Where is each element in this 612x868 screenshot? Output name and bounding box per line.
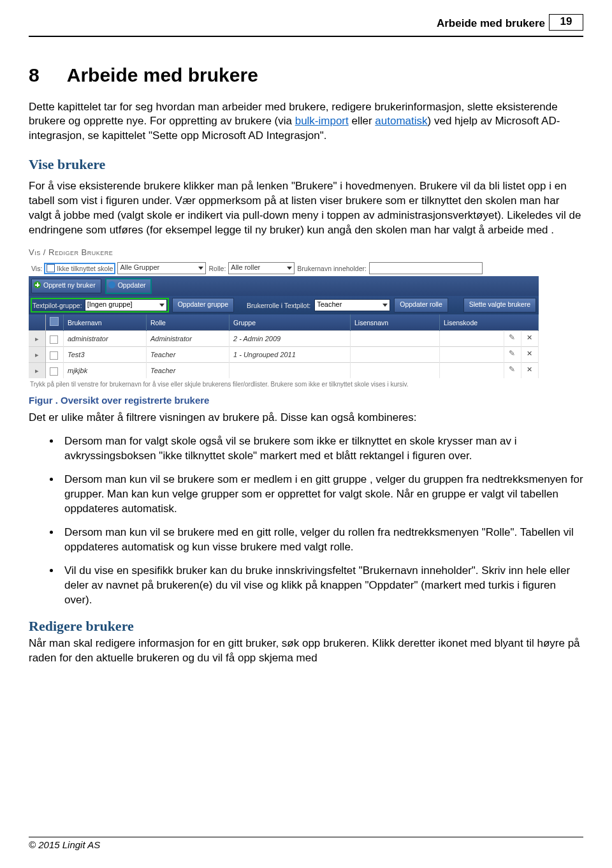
row-checkbox[interactable] xyxy=(50,367,58,376)
header-page-number: 19 xyxy=(549,14,583,31)
filter-intro: Det er ulike måter å filtrere visningen … xyxy=(29,411,583,425)
col-role[interactable]: Rolle xyxy=(147,314,229,331)
header-section-title: Arbeide med brukere xyxy=(437,17,545,31)
page-footer: © 2015 Lingit AS xyxy=(29,837,583,851)
cell-username: administrator xyxy=(64,331,147,347)
ui-action-bar-2: Textpilot-gruppe: [Ingen gruppe] Oppdate… xyxy=(29,296,539,314)
footer-copyright: © 2015 Lingit AS xyxy=(29,837,583,851)
intro-text: eller xyxy=(349,115,375,127)
users-table: Brukernavn Rolle Gruppe Lisensnavn Lisen… xyxy=(29,314,539,378)
label-not-attached-school: Ikke tilknyttet skole xyxy=(57,264,113,273)
btn-new-user[interactable]: Opprett ny bruker xyxy=(31,279,101,293)
cell-group: 2 - Admin 2009 xyxy=(229,331,351,347)
plus-icon xyxy=(34,281,41,288)
bullet-item: Dersom man kun vil se brukere som er med… xyxy=(61,473,583,517)
row-expand[interactable]: ▸ xyxy=(29,363,46,379)
checkbox-not-attached-school[interactable] xyxy=(47,264,55,272)
label-role: Rolle: xyxy=(208,264,226,273)
col-select[interactable] xyxy=(46,314,64,331)
cell-group xyxy=(229,363,351,379)
select-role[interactable]: Alle roller xyxy=(228,262,295,274)
page-header: Arbeide med brukere 19 xyxy=(29,15,583,37)
header-rule xyxy=(29,36,583,37)
delete-icon[interactable] xyxy=(525,365,534,374)
redigere-brukere-body: Når man skal redigere informasjon for en… xyxy=(29,636,583,666)
bullet-item: Dersom man for valgt skole også vil se b… xyxy=(61,434,583,464)
btn-update-role[interactable]: Oppdater rolle xyxy=(394,298,448,313)
link-automatisk[interactable]: automatisk xyxy=(375,115,427,127)
cell-role: Teacher xyxy=(147,347,229,363)
row-checkbox[interactable] xyxy=(50,351,58,360)
ui-action-bar-1: Opprett ny bruker Oppdater xyxy=(29,276,539,296)
link-bulk-import[interactable]: bulk-import xyxy=(295,115,349,127)
edit-icon[interactable] xyxy=(508,349,517,358)
figure-caption: Figur . Oversikt over registrerte bruker… xyxy=(29,394,583,407)
edit-icon[interactable] xyxy=(508,334,517,342)
cell-username: mjkjbk xyxy=(64,363,147,379)
btn-refresh[interactable]: Oppdater xyxy=(105,278,152,294)
cell-role: Teacher xyxy=(147,363,229,379)
table-row: ▸ administrator Administrator 2 - Admin … xyxy=(29,331,539,347)
intro-paragraph: Dette kapittelet tar for seg hvordan man… xyxy=(29,100,583,144)
col-username[interactable]: Brukernavn xyxy=(64,314,147,331)
label-username-contains: Brukernavn inneholder: xyxy=(297,264,367,273)
subheading-redigere-brukere: Redigere brukere xyxy=(29,617,583,636)
col-licname[interactable]: Lisensnavn xyxy=(351,314,440,331)
subheading-vise-brukere: Vise brukere xyxy=(29,155,583,174)
row-checkbox[interactable] xyxy=(50,335,58,344)
table-row: ▸ Test3 Teacher 1 - Ungrouped 2011 xyxy=(29,347,539,363)
select-group[interactable]: Alle Grupper xyxy=(117,262,206,274)
col-group[interactable]: Gruppe xyxy=(229,314,351,331)
btn-update-group[interactable]: Oppdater gruppe xyxy=(172,298,234,313)
label-vis: Vis: xyxy=(31,264,42,273)
label-textpilot-role: Brukerrolle i Textpilot: xyxy=(247,301,310,310)
cell-group: 1 - Ungrouped 2011 xyxy=(229,347,351,363)
row-expand[interactable]: ▸ xyxy=(29,347,46,363)
ui-panel-title: Vis / Rediger Brukere xyxy=(29,247,539,258)
delete-icon[interactable] xyxy=(525,349,534,358)
figure-user-admin: Vis / Rediger Brukere Vis: Ikke tilknytt… xyxy=(29,247,539,389)
label-textpilot-group: Textpilot-gruppe: xyxy=(33,301,82,310)
cell-username: Test3 xyxy=(64,347,147,363)
select-textpilot-role[interactable]: Teacher xyxy=(314,299,390,311)
filter-bullets: Dersom man for valgt skole også vil se b… xyxy=(29,434,583,607)
col-liccode[interactable]: Lisenskode xyxy=(440,314,539,331)
delete-icon[interactable] xyxy=(525,334,534,342)
chapter-number: 8 xyxy=(29,63,64,89)
table-header-row: Brukernavn Rolle Gruppe Lisensnavn Lisen… xyxy=(29,314,539,331)
table-row: ▸ mjkjbk Teacher xyxy=(29,363,539,379)
vise-brukere-body: For å vise eksisterende brukere klikker … xyxy=(29,179,583,238)
row-expand[interactable]: ▸ xyxy=(29,331,46,347)
bullet-item: Dersom man kun vil se brukere med en git… xyxy=(61,526,583,555)
bullet-item: Vil du vise en spesifikk bruker kan du b… xyxy=(61,564,583,608)
select-textpilot-group[interactable]: [Ingen gruppe] xyxy=(85,299,167,311)
cell-role: Administrator xyxy=(147,331,229,347)
btn-delete-selected[interactable]: Slette valgte brukere xyxy=(463,298,536,313)
ui-filter-row: Vis: Ikke tilknyttet skole Alle Grupper … xyxy=(29,260,539,276)
edit-icon[interactable] xyxy=(508,365,517,374)
chapter-title: Arbeide med brukere xyxy=(67,63,258,89)
refresh-icon xyxy=(108,281,115,288)
ui-hint-text: Trykk på pilen til venstre for brukernav… xyxy=(29,378,539,389)
input-username-contains[interactable] xyxy=(369,262,483,274)
